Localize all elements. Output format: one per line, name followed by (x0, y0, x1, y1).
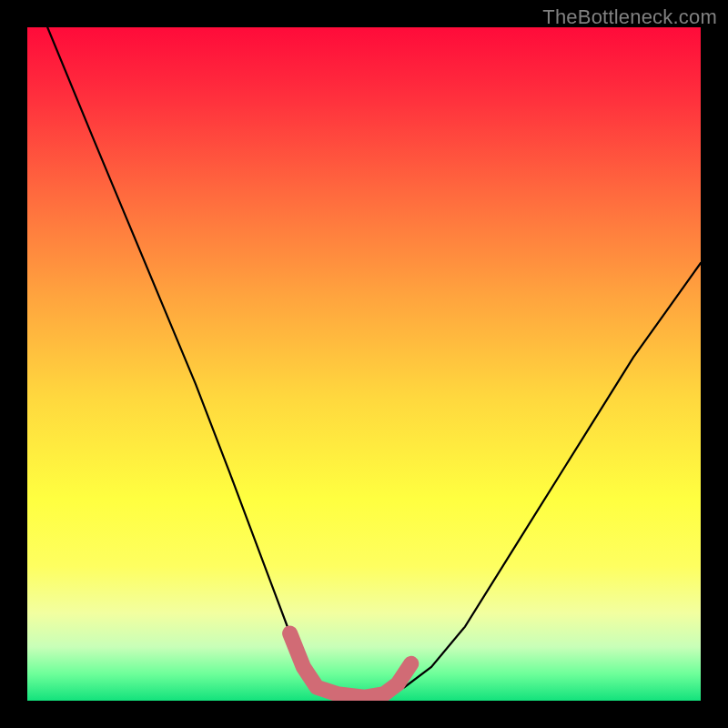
chart-frame: TheBottleneck.com (0, 0, 728, 728)
watermark-text: TheBottleneck.com (542, 5, 717, 29)
flat-zone-highlight (27, 27, 701, 701)
